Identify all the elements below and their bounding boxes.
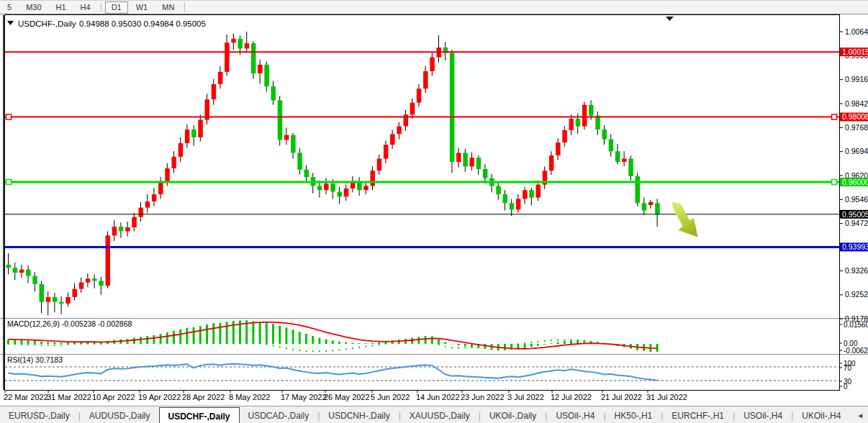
hline-handle[interactable]: [6, 114, 12, 119]
macd-dot: [451, 347, 453, 348]
candle-body: [13, 268, 18, 273]
candle-body: [384, 145, 389, 158]
candle-body: [178, 143, 184, 157]
macd-dot: [147, 340, 148, 342]
chart-tabs: EURUSD-,Daily|AUDUSD-,DailyUSDCHF-,Daily…: [0, 406, 868, 423]
date-label: 23 Jun 2022: [461, 393, 505, 401]
macd-dot: [286, 347, 287, 349]
candle-body: [46, 297, 50, 302]
candle-body: [562, 130, 567, 142]
candle-body: [483, 169, 488, 178]
candle-body: [271, 86, 276, 100]
tab-usoil-h4[interactable]: USOil-,H4: [735, 406, 791, 423]
candle-body: [297, 153, 302, 169]
macd-dot: [319, 350, 320, 352]
tab-usoil-h4[interactable]: USOil-,H4: [547, 406, 603, 423]
candle-body: [185, 129, 190, 143]
tab-usdcad-daily[interactable]: USDCAD-,Daily: [240, 406, 318, 423]
candle-body: [595, 116, 600, 129]
candle-body: [456, 153, 461, 162]
rsi-axis-label: 0: [844, 383, 848, 391]
macd-dot: [253, 342, 254, 343]
macd-dot: [74, 343, 76, 345]
tab-usdcnh-daily[interactable]: USDCNH-,Daily: [320, 406, 398, 423]
price-tick-label: 0.98420: [845, 99, 868, 108]
candle-body: [99, 281, 104, 286]
candle-body: [317, 186, 322, 190]
macd-dot: [232, 339, 234, 340]
date-label: 3 Jul 2022: [507, 393, 544, 401]
hline-handle[interactable]: [832, 114, 837, 119]
candle-body: [6, 265, 12, 268]
timeframe-button-5[interactable]: 5: [1, 1, 18, 14]
macd-dot: [87, 343, 89, 345]
macd-dot: [412, 341, 413, 342]
timeframe-button-h1[interactable]: H1: [50, 1, 73, 14]
candle-body: [119, 227, 124, 231]
tab-ukoil-h4[interactable]: UKOil-,H4: [793, 406, 849, 423]
tab-hk50-h1[interactable]: HK50-,H1: [606, 406, 661, 423]
candle-body: [423, 71, 428, 88]
macd-dot: [590, 341, 592, 342]
tab-scroll-left-icon[interactable]: ◄: [856, 411, 864, 419]
date-label: 19 Apr 2022: [138, 393, 181, 401]
tab-ukoil-daily[interactable]: UKOil-,Daily: [481, 406, 545, 423]
price-tick-label: 0.96940: [845, 147, 868, 155]
candle-body: [125, 227, 130, 231]
candle-body: [19, 270, 24, 273]
date-label: 22 Mar 2022: [4, 393, 48, 401]
macd-dot: [186, 338, 188, 340]
candle-body: [59, 302, 64, 304]
candle-body: [377, 159, 382, 171]
timeframe-button-h4[interactable]: H4: [74, 1, 97, 14]
candle-body: [363, 186, 369, 190]
candle-body: [609, 140, 614, 152]
timeframe-button-mn[interactable]: MN: [155, 1, 181, 14]
macd-dot: [34, 344, 35, 345]
macd-dot: [60, 345, 62, 346]
tab-eurchf-h1[interactable]: EURCHF-,H1: [663, 406, 733, 423]
timeframe-button-d1[interactable]: D1: [105, 1, 128, 14]
candle-body: [476, 158, 482, 169]
date-label: 31 Jul 2022: [646, 393, 687, 401]
macd-dot: [166, 340, 168, 341]
candle-body: [642, 203, 647, 210]
price-tag-label: 0.93993: [842, 242, 868, 251]
candle-body: [106, 235, 111, 286]
candle-body: [503, 194, 508, 203]
candle-body: [556, 142, 561, 155]
hline-handle[interactable]: [6, 180, 12, 185]
candle-body: [218, 72, 223, 84]
macd-dot: [484, 347, 486, 348]
candle-body: [324, 183, 329, 190]
macd-dot: [41, 345, 42, 346]
macd-dot: [259, 342, 261, 344]
tab-xauusd-daily[interactable]: XAUUSD-,Daily: [401, 406, 479, 423]
macd-dot: [199, 338, 201, 340]
timeframe-button-w1[interactable]: W1: [130, 1, 155, 14]
mt4-window: 5M30H1H4D1W1MN 1.006400.999000.991600.98…: [0, 0, 868, 423]
timeframe-button-m30[interactable]: M30: [19, 1, 48, 14]
candle-body: [264, 65, 269, 86]
macd-dot: [153, 340, 155, 342]
macd-dot: [544, 340, 546, 342]
macd-dot: [505, 345, 506, 347]
candle-body: [225, 42, 230, 72]
candle-body: [251, 43, 256, 73]
macd-dot: [405, 341, 407, 342]
chart-canvas[interactable]: 1.006400.999000.991600.984200.976800.969…: [0, 14, 868, 405]
candle-body: [258, 65, 263, 73]
tab-usdchf-daily[interactable]: USDCHF-,Daily: [159, 407, 240, 423]
date-label: 21 Jul 2022: [601, 393, 642, 401]
candle-body: [417, 88, 422, 102]
hline-handle[interactable]: [832, 180, 837, 185]
candle-body: [191, 129, 196, 137]
candle-body: [79, 283, 84, 289]
price-tag-label: 0.95005: [842, 210, 868, 219]
macd-dot: [8, 343, 9, 345]
candle-body: [165, 168, 170, 182]
macd-dot: [299, 350, 300, 351]
tab-eurusd-daily[interactable]: EURUSD-,Daily: [0, 406, 78, 423]
tab-audusd-daily[interactable]: AUDUSD-,Daily: [81, 406, 159, 423]
candle-body: [602, 129, 607, 140]
